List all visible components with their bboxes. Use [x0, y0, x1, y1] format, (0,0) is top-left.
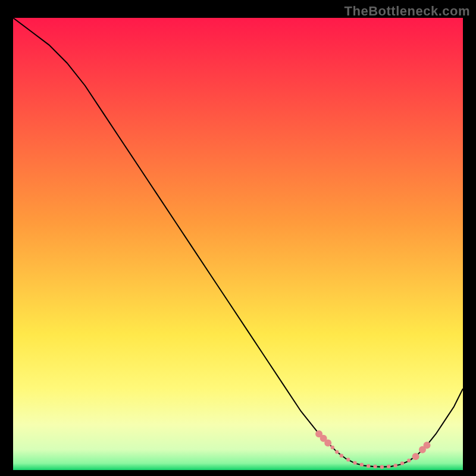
marker-point — [412, 453, 419, 460]
chart-svg — [13, 18, 463, 470]
marker-point — [324, 439, 331, 446]
marker-point — [367, 464, 370, 468]
marker-point — [393, 464, 397, 467]
marker-point — [346, 458, 350, 461]
marker-point — [400, 461, 404, 465]
marker-point — [380, 465, 384, 468]
marker-point — [424, 441, 431, 449]
marker-point — [373, 465, 377, 468]
marker-point — [335, 450, 339, 453]
gradient-background — [13, 18, 463, 470]
marker-point — [387, 465, 390, 468]
chart-frame: TheBottleneck.com — [0, 0, 476, 476]
marker-point — [340, 453, 343, 457]
plot-area — [13, 18, 463, 470]
marker-point — [331, 446, 334, 449]
marker-point — [407, 459, 411, 462]
watermark-text: TheBottleneck.com — [345, 4, 470, 19]
marker-point — [360, 463, 364, 466]
marker-point — [353, 461, 356, 465]
